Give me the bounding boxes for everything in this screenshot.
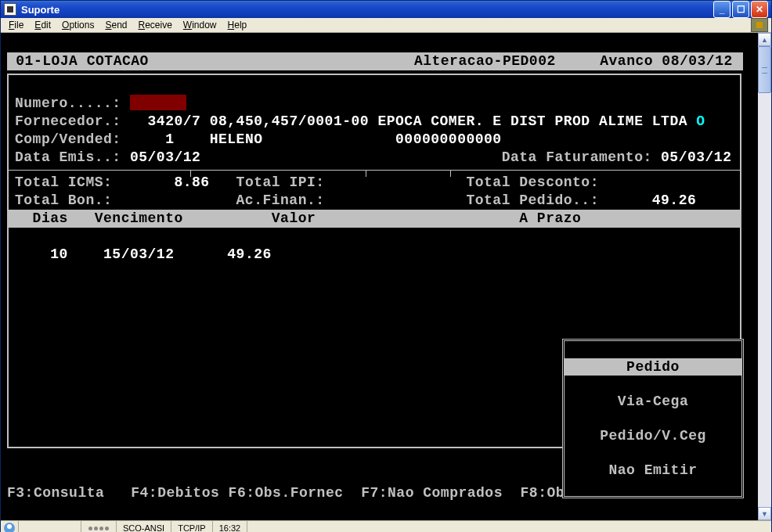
table-row[interactable]: 10 15/03/12 49.26 — [15, 246, 272, 262]
window-title: Suporte — [21, 4, 713, 16]
status-blank — [19, 521, 81, 532]
compvend-label: Comp/Vended: — [15, 131, 130, 147]
f3-key[interactable]: F3:Consulta — [7, 485, 104, 501]
status-time: 16:32 — [213, 521, 248, 532]
app-icon — [4, 3, 16, 16]
status-icon-cell — [1, 521, 19, 532]
row-valor: 49.26 — [227, 246, 272, 262]
app-window: Suporte _ ☐ ✕ File Edit Options Send Rec… — [0, 0, 772, 532]
f7-key[interactable]: F7:Nao Comprados — [361, 485, 503, 501]
fornecedor-label: Fornecedor.: — [15, 113, 130, 129]
fornecedor-code: 3420/7 — [148, 113, 201, 129]
header-right: Avanco 08/03/12 — [600, 53, 733, 69]
icms-label: Total ICMS: — [15, 174, 112, 190]
f6-key[interactable]: F6:Obs.Fornec — [229, 485, 344, 501]
pedido-label: Total Pedido..: — [466, 192, 599, 208]
window-controls: _ ☐ ✕ — [713, 1, 768, 18]
popup-pedido-vceg[interactable]: Pedido/V.Ceg — [565, 427, 741, 444]
terminal[interactable]: 01-LOJA COTACAO Alteracao-PED002 Avanco … — [1, 33, 758, 520]
header-center: Alteracao-PED002 — [414, 53, 556, 69]
compvend-name: HELENO — [210, 131, 263, 147]
compvend-code: 1 — [165, 131, 174, 147]
pedido-value: 49.26 — [652, 192, 697, 208]
scroll-down-button[interactable]: ▼ — [758, 507, 771, 520]
ipi-label: Total IPI: — [236, 174, 325, 190]
maximize-button[interactable]: ☐ — [732, 1, 749, 18]
scroll-track[interactable] — [758, 46, 771, 507]
desc-label: Total Desconto: — [466, 174, 599, 190]
row-dias: 10 — [50, 246, 68, 262]
column-headers: Dias Vencimento Valor A Prazo — [9, 210, 740, 228]
menu-file[interactable]: File — [4, 18, 28, 32]
dataemis-value: 05/03/12 — [130, 149, 200, 165]
datafat-value: 05/03/12 — [661, 149, 731, 165]
status-mode: SCO-ANSI — [117, 521, 171, 532]
menu-edit[interactable]: Edit — [30, 18, 56, 32]
menu-send[interactable]: Send — [100, 18, 132, 32]
popup-menu: Pedido Via-Cega Pedido/V.Ceg Nao Emitir — [562, 339, 744, 498]
titlebar[interactable]: Suporte _ ☐ ✕ — [1, 1, 771, 18]
terminal-area: 01-LOJA COTACAO Alteracao-PED002 Avanco … — [1, 33, 771, 520]
datafat-label: Data Faturamento: — [502, 149, 661, 165]
fornecedor-flag: O — [696, 113, 705, 129]
icms-value: 8.86 — [174, 174, 209, 190]
menubar: File Edit Options Send Receive Window He… — [1, 18, 771, 33]
menu-options[interactable]: Options — [57, 18, 99, 32]
menubar-logo-icon — [751, 18, 768, 32]
acfin-label: Ac.Finan.: — [236, 192, 325, 208]
scroll-thumb[interactable] — [758, 46, 771, 93]
row-venc: 15/03/12 — [103, 246, 174, 262]
menu-help[interactable]: Help — [223, 18, 252, 32]
scroll-up-button[interactable]: ▲ — [758, 33, 771, 46]
bon-label: Total Bon.: — [15, 192, 112, 208]
statusbar: SCO-ANSI TCP/IP 16:32 — [1, 520, 771, 532]
fornecedor-cnpj: 08,450,457/0001-00 — [210, 113, 369, 129]
numero-label: Numero.....: — [15, 95, 130, 111]
col-valor: Valor — [272, 210, 316, 226]
popup-nao-emitir[interactable]: Nao Emitir — [565, 462, 741, 479]
header-row: 01-LOJA COTACAO Alteracao-PED002 Avanco … — [7, 52, 743, 70]
dataemis-label: Data Emis..: — [15, 149, 130, 165]
status-conn: TCP/IP — [171, 521, 212, 532]
connection-icon — [4, 523, 15, 532]
f4-key[interactable]: F4:Debitos — [131, 485, 219, 501]
popup-pedido[interactable]: Pedido — [565, 358, 741, 376]
menu-window[interactable]: Window — [179, 18, 222, 32]
divider-1 — [9, 170, 740, 171]
status-spacer — [247, 521, 771, 532]
menu-receive[interactable]: Receive — [133, 18, 176, 32]
popup-via-cega[interactable]: Via-Cega — [565, 393, 741, 410]
compvend-zeros: 000000000000 — [395, 131, 502, 147]
numero-input[interactable] — [130, 95, 186, 110]
scrollbar[interactable]: ▲ ▼ — [758, 33, 771, 520]
minimize-button[interactable]: _ — [713, 1, 731, 18]
close-button[interactable]: ✕ — [751, 1, 768, 18]
col-dias: Dias — [33, 210, 68, 226]
header-left: 01-LOJA COTACAO — [16, 53, 149, 69]
col-prazo: A Prazo — [519, 210, 581, 226]
fornecedor-name: EPOCA COMER. E DIST PROD ALIME LTDA — [377, 113, 687, 129]
col-venc: Vencimento — [95, 210, 183, 226]
status-leds — [81, 521, 117, 532]
